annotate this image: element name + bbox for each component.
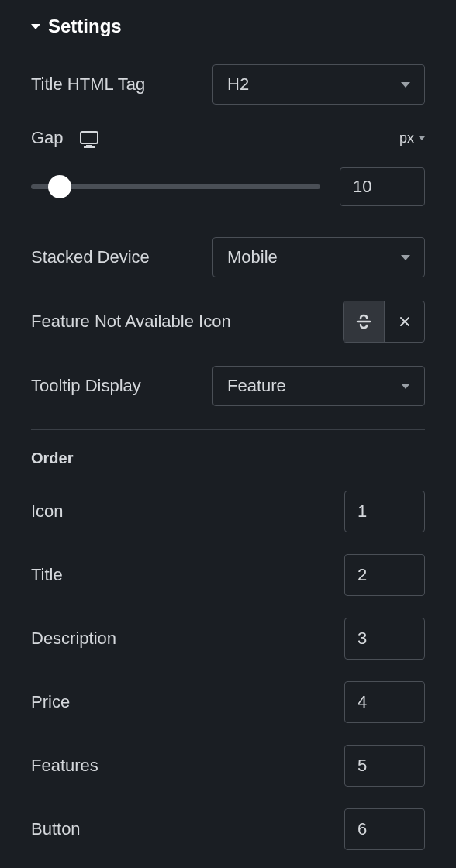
title-html-tag-row: Title HTML Tag H2 <box>31 64 425 105</box>
gap-unit-value: px <box>399 130 414 146</box>
title-html-tag-label: Title HTML Tag <box>31 74 145 95</box>
order-label: Title <box>31 565 63 585</box>
order-price-input[interactable] <box>344 681 425 723</box>
svg-rect-0 <box>81 132 98 143</box>
tooltip-display-value: Feature <box>227 376 286 396</box>
gap-unit-selector[interactable]: px <box>399 130 425 146</box>
order-label: Price <box>31 692 70 712</box>
chevron-down-icon <box>419 136 425 140</box>
order-row-icon: Icon <box>31 491 425 532</box>
svg-rect-1 <box>86 145 92 146</box>
title-html-tag-select[interactable]: H2 <box>212 64 425 105</box>
order-features-input[interactable] <box>344 745 425 787</box>
section-title: Settings <box>48 16 122 37</box>
gap-slider[interactable] <box>31 184 320 189</box>
feature-not-available-row: Feature Not Available Icon <box>31 301 425 343</box>
order-label: Icon <box>31 501 64 522</box>
order-row-price: Price <box>31 681 425 723</box>
order-row-features: Features <box>31 745 425 787</box>
gap-slider-thumb[interactable] <box>48 175 71 198</box>
order-title-input[interactable] <box>344 554 425 596</box>
svg-rect-2 <box>84 146 95 148</box>
order-icon-input[interactable] <box>344 491 425 532</box>
order-description-input[interactable] <box>344 618 425 660</box>
tooltip-display-row: Tooltip Display Feature <box>31 366 425 406</box>
gap-value-input[interactable] <box>340 167 425 206</box>
icon-clear-button[interactable] <box>384 301 424 342</box>
gap-slider-row <box>31 167 425 206</box>
gap-label: Gap <box>31 128 64 148</box>
caret-down-icon <box>31 24 40 29</box>
desktop-device-icon[interactable] <box>79 131 98 145</box>
order-button-input[interactable] <box>344 808 425 850</box>
feature-not-available-label: Feature Not Available Icon <box>31 312 231 332</box>
stacked-device-select[interactable]: Mobile <box>212 237 425 277</box>
order-row-button: Button <box>31 808 425 850</box>
settings-section-header[interactable]: Settings <box>31 16 425 37</box>
stacked-device-value: Mobile <box>227 247 278 267</box>
strikethrough-icon <box>354 312 373 331</box>
order-row-title: Title <box>31 554 425 596</box>
gap-row-header: Gap px <box>31 128 425 148</box>
tooltip-display-label: Tooltip Display <box>31 376 141 396</box>
close-icon <box>399 315 411 328</box>
icon-preview-button[interactable] <box>344 301 384 342</box>
chevron-down-icon <box>401 384 410 389</box>
chevron-down-icon <box>401 255 410 260</box>
order-label: Features <box>31 756 98 776</box>
stacked-device-row: Stacked Device Mobile <box>31 237 425 277</box>
icon-picker-group <box>343 301 425 343</box>
chevron-down-icon <box>401 82 410 88</box>
stacked-device-label: Stacked Device <box>31 247 150 267</box>
order-label: Description <box>31 629 116 649</box>
tooltip-display-select[interactable]: Feature <box>212 366 425 406</box>
divider <box>31 429 425 430</box>
order-row-description: Description <box>31 618 425 660</box>
order-subsection-title: Order <box>31 450 425 467</box>
order-label: Button <box>31 819 81 839</box>
title-html-tag-value: H2 <box>227 74 249 95</box>
